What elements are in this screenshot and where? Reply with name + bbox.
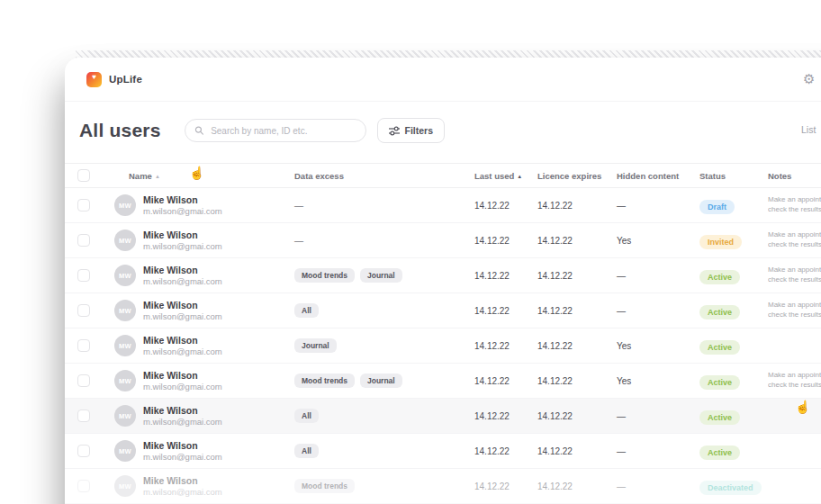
last-used-value: 14.12.22 xyxy=(474,376,537,386)
row-checkbox[interactable] xyxy=(77,410,90,422)
cursor-pointer-icon: ☝ xyxy=(189,166,204,180)
filters-icon xyxy=(389,126,400,136)
hidden-content-value: — xyxy=(617,306,699,316)
row-checkbox[interactable] xyxy=(77,234,90,247)
status-badge: Active xyxy=(699,410,740,425)
user-name: Mike Wilson xyxy=(143,475,222,486)
last-used-value: 14.12.22 xyxy=(474,236,537,246)
table-row[interactable]: MW Mike Wilson m.wilson@gmai.com Mood tr… xyxy=(65,364,821,399)
table-row[interactable]: MW Mike Wilson m.wilson@gmai.com Mood tr… xyxy=(65,258,821,293)
user-email: m.wilson@gmai.com xyxy=(143,417,222,427)
empty-value: — xyxy=(294,236,303,246)
row-checkbox[interactable] xyxy=(77,445,90,457)
row-checkbox[interactable] xyxy=(77,304,90,317)
column-header-data-excess: Data excess xyxy=(294,171,474,181)
user-name: Mike Wilson xyxy=(143,230,222,240)
data-excess-tags: All xyxy=(294,409,474,423)
user-cell: MW Mike Wilson m.wilson@gmai.com xyxy=(114,440,294,462)
table-row[interactable]: MW Mike Wilson m.wilson@gmai.com All 14.… xyxy=(65,399,821,434)
settings-gear-icon[interactable]: ⚙ xyxy=(803,71,815,87)
brand-name: UpLife xyxy=(109,74,142,85)
user-email: m.wilson@gmai.com xyxy=(143,346,222,356)
row-checkbox[interactable] xyxy=(77,374,90,387)
status-badge: Deactivated xyxy=(699,481,762,495)
tag-pill: Journal xyxy=(360,268,402,283)
licence-expires-value: 14.12.22 xyxy=(537,306,617,316)
table-row[interactable]: MW Mike Wilson m.wilson@gmai.com Journal… xyxy=(65,328,821,364)
main-panel: UpLife ⚙ All users Filters xyxy=(65,58,821,504)
column-header-status: Status xyxy=(699,171,768,181)
data-excess-tags: — xyxy=(294,201,474,211)
user-name: Mike Wilson xyxy=(143,440,222,451)
row-checkbox[interactable] xyxy=(77,269,90,282)
table-header: Name▲ Data excess Last used▲ Licence exp… xyxy=(65,163,821,188)
tag-pill: All xyxy=(294,444,319,458)
table-row[interactable]: MW Mike Wilson m.wilson@gmai.com All 14.… xyxy=(65,434,821,469)
avatar: MW xyxy=(114,370,136,392)
data-excess-tags: Mood trends xyxy=(294,479,474,493)
column-header-last-used[interactable]: Last used▲ xyxy=(474,171,537,181)
user-name: Mike Wilson xyxy=(143,300,222,310)
status-badge: Active xyxy=(699,305,740,320)
user-cell: MW Mike Wilson m.wilson@gmai.com xyxy=(114,370,294,392)
hidden-content-value: — xyxy=(617,446,699,456)
tag-pill: Journal xyxy=(294,338,337,353)
status-badge: Active xyxy=(699,270,740,284)
user-name: Mike Wilson xyxy=(143,265,222,275)
user-email: m.wilson@gmai.com xyxy=(143,206,222,216)
notes-text: Make an appointmentcheck the results xyxy=(768,371,821,391)
status-badge: Active xyxy=(699,375,740,390)
filters-label: Filters xyxy=(405,125,434,136)
last-used-value: 14.12.22 xyxy=(474,446,537,456)
tag-pill: Mood trends xyxy=(294,268,355,283)
row-checkbox[interactable] xyxy=(77,480,90,492)
avatar: MW xyxy=(114,194,136,216)
row-checkbox[interactable] xyxy=(77,199,90,212)
top-bar: UpLife ⚙ xyxy=(65,58,821,102)
avatar: MW xyxy=(114,300,136,321)
licence-expires-value: 14.12.22 xyxy=(537,411,617,421)
user-cell: MW Mike Wilson m.wilson@gmai.com xyxy=(114,405,294,427)
last-used-value: 14.12.22 xyxy=(474,482,537,491)
select-all-checkbox[interactable] xyxy=(77,169,90,182)
row-checkbox[interactable] xyxy=(77,339,90,352)
last-used-value: 14.12.22 xyxy=(474,341,537,351)
user-email: m.wilson@gmai.com xyxy=(143,452,222,462)
licence-expires-value: 14.12.22 xyxy=(537,201,617,211)
hidden-content-value: Yes xyxy=(617,341,699,351)
data-excess-tags: Journal xyxy=(294,338,474,353)
table-row[interactable]: MW Mike Wilson m.wilson@gmai.com — 14.12… xyxy=(65,223,821,258)
data-excess-tags: — xyxy=(294,236,474,246)
sort-asc-icon: ▲ xyxy=(155,174,160,179)
avatar: MW xyxy=(114,405,136,427)
avatar: MW xyxy=(114,265,136,286)
table-row[interactable]: MW Mike Wilson m.wilson@gmai.com All 14.… xyxy=(65,293,821,328)
status-badge: Active xyxy=(699,446,740,460)
licence-expires-value: 14.12.22 xyxy=(537,341,617,351)
notes-text: Make an appointmentcheck the results xyxy=(768,230,821,250)
user-cell: MW Mike Wilson m.wilson@gmai.com xyxy=(114,230,294,251)
column-header-licence-expires: Licence expires xyxy=(537,171,617,181)
sort-asc-icon: ▲ xyxy=(517,174,522,179)
table-row[interactable]: MW Mike Wilson m.wilson@gmai.com — 14.12… xyxy=(65,188,821,223)
tag-pill: Mood trends xyxy=(294,479,355,493)
search-input[interactable] xyxy=(209,125,356,137)
user-name: Mike Wilson xyxy=(143,370,222,381)
notes-text: Make an appointmentcheck the results xyxy=(768,301,821,320)
table-row[interactable]: MW Mike Wilson m.wilson@gmai.com Mood tr… xyxy=(65,469,821,504)
notes-text: Make an appointmentcheck the results xyxy=(768,266,821,285)
tag-pill: Journal xyxy=(360,374,402,388)
licence-expires-value: 14.12.22 xyxy=(537,236,617,246)
status-badge: Draft xyxy=(699,200,735,214)
status-badge: Invited xyxy=(699,235,742,249)
tag-pill: All xyxy=(294,409,319,423)
last-used-value: 14.12.22 xyxy=(474,411,537,421)
list-toggle-label[interactable]: List xyxy=(801,124,816,135)
user-name: Mike Wilson xyxy=(143,335,222,346)
filters-button[interactable]: Filters xyxy=(377,118,446,143)
search-box[interactable] xyxy=(185,119,366,142)
data-excess-tags: All xyxy=(294,303,474,318)
hidden-content-value: — xyxy=(617,271,699,281)
status-badge: Active xyxy=(699,340,740,355)
tag-pill: Mood trends xyxy=(294,374,355,388)
